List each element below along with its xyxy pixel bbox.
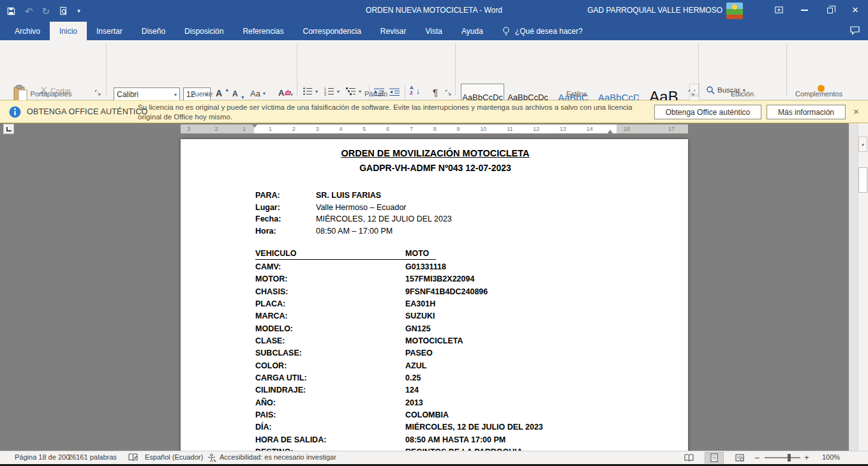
ruler-number: 2: [292, 124, 296, 133]
restore-button[interactable]: [817, 0, 842, 20]
font-group-label: Fuente: [107, 90, 296, 98]
ruler-number: 7: [410, 124, 413, 133]
spec-value: 157FMI3B2X22094: [405, 274, 474, 287]
spec-label: CLASE:: [255, 336, 405, 349]
close-button[interactable]: ×: [842, 0, 868, 20]
ribbon-tab[interactable]: Insertar: [87, 22, 132, 40]
spec-label: PAIS:: [255, 410, 405, 423]
spec-row: CHASIS: 9FSNF41B4DC240896: [255, 287, 543, 299]
document-area: ORDEN DE MOVILIZACIÓN MOTOCICLETA GADPR-…: [0, 135, 849, 451]
styles-dialog-launcher-icon[interactable]: [688, 89, 696, 97]
ribbon: Pegar ▾ Cortar Copiar Copiar formato Por…: [0, 40, 868, 100]
tell-me-box[interactable]: ¿Qué desea hacer?: [502, 22, 583, 40]
ribbon-display-options-button[interactable]: [766, 0, 791, 20]
web-layout-button[interactable]: [730, 452, 749, 463]
ribbon-tab[interactable]: Correspondencia: [293, 22, 370, 40]
spec-label: DÍA:: [255, 423, 405, 435]
font-dialog-launcher-icon[interactable]: [287, 89, 294, 97]
get-genuine-office-button[interactable]: Obtenga Office auténtico: [654, 105, 761, 119]
ruler-number: 1: [269, 124, 272, 133]
ribbon-tab[interactable]: Inicio: [50, 22, 87, 40]
print-preview-icon[interactable]: [59, 6, 68, 16]
vehicle-header-right: MOTO: [405, 249, 429, 258]
document-spec-block: CAMV: G01331118 MOTOR: 157FMI3B2X22094 C…: [255, 262, 543, 451]
spec-value: G01331118: [405, 262, 446, 274]
clipboard-dialog-launcher-icon[interactable]: [94, 89, 102, 97]
ruler-number: 3: [316, 124, 319, 133]
accessibility-status[interactable]: Accesibilidad: es necesario investigar: [220, 453, 336, 461]
spec-row: SUBCLASE: PASEO: [255, 349, 543, 361]
spec-row: PLACA: EA301H: [255, 299, 543, 312]
spec-value: EA301H: [405, 299, 435, 312]
spec-value: SUZUKI: [405, 312, 435, 324]
account-name[interactable]: GAD PARROQUIAL VALLE HERMOSO: [587, 6, 722, 15]
spec-value: PASEO: [405, 349, 433, 361]
right-indent-marker[interactable]: [607, 126, 613, 134]
info-value: 08:50 AM – 17:00 PM: [316, 227, 393, 239]
spec-label: MODELO:: [255, 324, 405, 336]
zoom-slider-thumb[interactable]: [788, 454, 791, 462]
spec-label: MOTOR:: [255, 274, 405, 287]
scroll-up-icon[interactable]: ▴: [858, 137, 867, 152]
ruler-row: 321 1234567891011121314 1617: [0, 123, 849, 135]
info-row: Hora: 08:50 AM – 17:00 PM: [255, 227, 452, 239]
customize-qat-icon[interactable]: ▾: [77, 8, 80, 14]
zoom-level[interactable]: 100%: [822, 453, 840, 461]
ruler-number: 10: [480, 124, 486, 133]
minimize-button[interactable]: [791, 0, 817, 20]
spec-value: 9FSNF41B4DC240896: [405, 287, 488, 299]
ribbon-tab[interactable]: Disposición: [175, 22, 233, 40]
addins-group-label: Complementos: [787, 90, 851, 98]
proofing-icon[interactable]: [128, 453, 138, 462]
language-indicator[interactable]: Español (Ecuador): [145, 453, 203, 461]
spec-label: CHASIS:: [255, 287, 405, 299]
spec-row: CLASE: MOTOCICLETA: [255, 336, 543, 349]
document-page[interactable]: ORDEN DE MOVILIZACIÓN MOTOCICLETA GADPR-…: [181, 139, 688, 451]
ribbon-tab-row: ArchivoInicioInsertarDiseñoDisposiciónRe…: [0, 22, 868, 40]
ribbon-tab[interactable]: Referencias: [233, 22, 293, 40]
spec-label: COLOR:: [255, 361, 405, 373]
ruler-number: 4: [339, 124, 342, 133]
read-mode-button[interactable]: [679, 452, 698, 463]
spec-row: MODELO: GN125: [255, 324, 543, 336]
ruler-number: 11: [507, 124, 513, 133]
spec-value: 08:50 AM HASTA 17:00 PM: [405, 435, 505, 447]
spec-row: PAIS: COLOMBIA: [255, 410, 543, 423]
zoom-slider[interactable]: [765, 457, 800, 458]
tab-selector[interactable]: [3, 124, 14, 134]
print-layout-button[interactable]: [705, 452, 724, 463]
word-count[interactable]: 26161 palabras: [68, 453, 117, 461]
spec-row: HORA DE SALIDA: 08:50 AM HASTA 17:00 PM: [255, 435, 543, 447]
paragraph-dialog-launcher-icon[interactable]: [445, 89, 453, 97]
accessibility-icon[interactable]: [207, 453, 216, 462]
spec-value: 124: [405, 386, 419, 398]
info-value: Valle Hermoso – Ecuador: [316, 203, 407, 215]
info-label: PARA:: [255, 191, 316, 203]
zoom-in-icon[interactable]: +: [804, 453, 809, 462]
save-icon[interactable]: [6, 6, 16, 16]
document-title: ORDEN DE MOVILIZACIÓN MOTOCICLETA: [254, 148, 617, 158]
spec-label: CAMV:: [255, 262, 405, 274]
comments-icon[interactable]: [849, 26, 860, 35]
ribbon-tab[interactable]: Vista: [416, 22, 452, 40]
spec-label: SUBCLASE:: [255, 349, 405, 361]
ruler-number: 13: [560, 124, 566, 133]
zoom-out-icon[interactable]: −: [754, 453, 760, 463]
info-value: SR. LUIS FARIAS: [316, 191, 381, 203]
spec-label: CILINDRAJE:: [255, 386, 405, 398]
vehicle-header-left: VEHICULO: [255, 249, 297, 258]
page-indicator[interactable]: Página 18 de 200: [15, 453, 70, 461]
info-row: Lugar: Valle Hermoso – Ecuador: [255, 203, 452, 215]
learn-more-button[interactable]: Más información: [767, 105, 846, 119]
ribbon-tab[interactable]: Diseño: [132, 22, 175, 40]
warning-close-icon[interactable]: ×: [853, 106, 859, 117]
spec-label: PLACA:: [255, 299, 405, 312]
avatar[interactable]: [726, 3, 743, 19]
horizontal-ruler[interactable]: 321 1234567891011121314 1617: [181, 124, 688, 133]
ribbon-tab[interactable]: Archivo: [5, 22, 50, 40]
editing-group-label: Edición: [699, 90, 786, 98]
ribbon-tab[interactable]: Ayuda: [452, 22, 493, 40]
ribbon-tab[interactable]: Revisar: [371, 22, 416, 40]
spec-row: MOTOR: 157FMI3B2X22094: [255, 274, 543, 287]
scrollbar-thumb[interactable]: [858, 167, 867, 193]
